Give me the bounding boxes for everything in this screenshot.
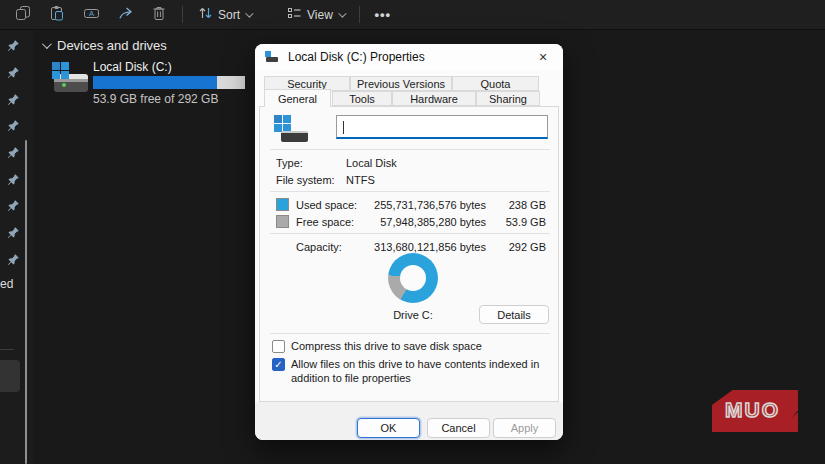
divider [270,191,550,192]
tab-previous-versions[interactable]: Previous Versions [350,76,452,91]
rename-button[interactable]: A [74,3,108,27]
muo-watermark: MUO [712,390,798,432]
pushpin-icon [7,65,20,83]
copy-icon [15,5,31,25]
toolbar-divider [359,6,360,23]
free-space-label: Free space: [296,216,354,228]
divider [270,333,550,334]
apply-button[interactable]: Apply [493,418,556,438]
divider [270,233,550,234]
tab-sharing[interactable]: Sharing [476,91,540,106]
general-tab-page: Type: Local Disk File system: NTFS Used … [259,106,559,402]
chevron-down-icon [42,39,52,49]
free-space-bytes: 57,948,385,280 bytes [380,216,486,228]
compress-checkbox[interactable] [272,340,285,353]
navigation-pane: ed [0,30,33,464]
donut-hole [400,265,426,291]
pushpin-icon [7,38,20,56]
section-devices-and-drives[interactable]: Devices and drives [42,38,167,53]
properties-dialog: Local Disk (C:) Properties × Security Pr… [255,44,563,440]
sort-label: Sort [218,8,240,22]
toolbar-divider [182,6,183,23]
more-options-button[interactable]: ••• [366,3,400,27]
used-space-size: 238 GB [509,199,546,211]
compress-checkbox-row[interactable]: Compress this drive to save disk space [272,340,482,354]
cancel-button[interactable]: Cancel [427,418,490,438]
filesystem-label: File system: [276,174,335,186]
ok-button[interactable]: OK [357,418,420,438]
tab-general[interactable]: General [264,89,331,107]
view-button[interactable]: View [278,3,353,27]
delete-button[interactable] [142,3,176,27]
rename-icon: A [83,5,100,25]
explorer-toolbar: A Sort View ••• [0,0,825,30]
close-icon[interactable]: × [533,49,553,65]
tab-tools[interactable]: Tools [332,91,392,106]
sidebar-item-label[interactable]: ed [0,277,13,291]
pushpin-icon [7,172,20,190]
pushpin-icon [7,198,20,216]
dialog-titlebar[interactable]: Local Disk (C:) Properties × [255,44,563,70]
index-checkbox[interactable]: ✓ [272,358,285,371]
capacity-size: 292 GB [509,241,546,253]
view-icon [287,6,302,23]
used-space-bytes: 255,731,736,576 bytes [374,199,486,211]
local-disk-icon[interactable] [52,62,90,94]
more-dots-icon: ••• [374,7,391,22]
free-space-swatch [276,215,289,228]
windows-logo-icon [52,62,69,79]
svg-text:A: A [88,8,93,17]
pushpin-icon [7,145,20,163]
details-button[interactable]: Details [479,305,549,324]
drive-led-icon [62,83,66,87]
used-space-swatch [276,198,289,211]
tab-hardware[interactable]: Hardware [392,91,476,106]
section-header-label: Devices and drives [57,38,167,53]
drive-label-input[interactable] [336,115,548,139]
pushpin-icon [7,225,20,243]
sidebar-scrollbar[interactable] [25,140,27,464]
compress-label: Compress this drive to save disk space [291,340,482,354]
drive-large-icon [274,115,312,145]
free-space-size: 53.9 GB [506,216,546,228]
pushpin-icon [7,118,20,136]
delete-icon [151,5,167,25]
paste-icon [49,5,65,25]
share-button[interactable] [108,3,142,27]
index-label: Allow files on this drive to have conten… [291,358,553,386]
disk-usage-donut-chart [388,253,438,303]
type-value: Local Disk [346,157,397,169]
dialog-title: Local Disk (C:) Properties [288,50,425,64]
copy-button[interactable] [6,3,40,27]
drive-mini-icon [265,51,279,63]
chevron-down-icon [245,9,253,17]
used-space-label: Used space: [296,199,357,211]
capacity-label: Capacity: [296,241,342,253]
divider [270,149,550,150]
share-icon [117,5,133,25]
filesystem-value: NTFS [346,174,375,186]
drive-name[interactable]: Local Disk (C:) [93,60,172,74]
sort-icon [198,6,213,23]
drive-capacity-bar-fill [93,76,217,89]
chevron-down-icon [338,9,346,17]
paste-button[interactable] [40,3,74,27]
pushpin-icon [7,252,20,270]
muo-logo-text: MUO [725,398,780,422]
donut-caption: Drive C: [363,309,463,321]
index-checkbox-row[interactable]: ✓ Allow files on this drive to have cont… [272,358,553,386]
pushpin-icon [7,92,20,110]
sidebar-item[interactable] [0,360,20,392]
tab-quota[interactable]: Quota [452,76,539,91]
capacity-bytes: 313,680,121,856 bytes [374,241,486,253]
type-label: Type: [276,157,303,169]
text-caret [343,121,344,134]
drive-capacity-bar [93,76,245,89]
view-label: View [307,8,333,22]
drive-free-text: 53.9 GB free of 292 GB [93,92,218,106]
sort-button[interactable]: Sort [189,3,260,27]
sidebar-divider [0,349,14,350]
